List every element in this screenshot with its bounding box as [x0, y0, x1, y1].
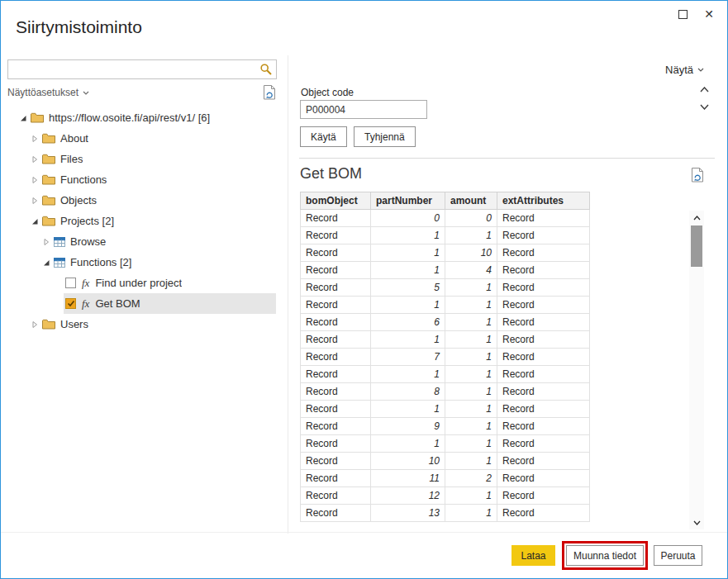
expander-collapsed-icon[interactable] [29, 174, 40, 186]
expander-collapsed-icon[interactable] [29, 154, 40, 165]
cell-extAttributes: Record [497, 418, 590, 435]
expander-spacer [52, 298, 64, 310]
folder-icon [42, 195, 55, 206]
cell-amount: 10 [445, 244, 497, 262]
tree-item-functions-2[interactable]: Functions [2] [1, 252, 276, 273]
cell-bomObject: Record [301, 331, 371, 349]
expander-collapsed-icon[interactable] [29, 195, 40, 206]
tree-item-label: Find under project [95, 277, 182, 289]
cell-partNumber: 11 [371, 470, 445, 487]
cell-partNumber: 1 [371, 366, 445, 383]
refresh-icon[interactable] [262, 85, 277, 100]
tree-item-content[interactable]: Objects [40, 190, 276, 211]
cell-amount: 4 [445, 262, 497, 279]
tree-item-content[interactable]: https://flow.osoite.fi/api/rest/v1/ [6] [29, 107, 276, 128]
tree-item-functions[interactable]: Functions [1, 169, 276, 190]
load-button[interactable]: Lataa [512, 545, 555, 566]
table-row: Record51Record [301, 279, 590, 297]
transform-data-button[interactable]: Muunna tiedot [566, 545, 644, 566]
display-options-dropdown[interactable]: Näyttöasetukset [7, 87, 89, 98]
tree-item-label: Functions [2] [70, 256, 131, 268]
tree-item-content[interactable]: fxFind under project [64, 273, 276, 293]
tree-item-content[interactable]: About [40, 128, 276, 149]
tree-item-get-bom[interactable]: fxGet BOM [1, 293, 276, 314]
cell-bomObject: Record [301, 244, 371, 262]
tree-item-label: Objects [60, 194, 97, 206]
tree-item-https-flow-osoite-fi-api-rest-v1-6[interactable]: https://flow.osoite.fi/api/rest/v1/ [6] [1, 107, 276, 128]
item-checkbox-unchecked[interactable] [65, 278, 76, 288]
cell-extAttributes: Record [497, 297, 590, 314]
show-dropdown[interactable]: Näytä [660, 63, 709, 77]
folder-icon [42, 154, 55, 164]
cancel-button[interactable]: Peruuta [654, 545, 702, 566]
refresh-preview-icon[interactable] [690, 168, 705, 183]
preview-table: bomObjectpartNumberamountextAttributesRe… [300, 192, 589, 522]
navigator-dialog: ✕ Siirtymistoiminto Näyttöasetukset http… [0, 0, 728, 579]
expander-collapsed-icon[interactable] [29, 133, 40, 145]
cell-amount: 0 [445, 210, 497, 227]
table-row: Record11Record [301, 401, 590, 418]
search-icon[interactable] [259, 63, 273, 76]
tree-item-about[interactable]: About [1, 128, 276, 149]
tree-item-find-under-project[interactable]: fxFind under project [1, 273, 276, 293]
show-dropdown-label: Näytä [665, 64, 693, 76]
tree-item-browse[interactable]: Browse [1, 231, 276, 252]
close-button[interactable]: ✕ [696, 5, 722, 23]
cell-partNumber: 13 [371, 505, 445, 522]
tree-toolbar: Näyttöasetukset [7, 85, 277, 100]
expander-collapsed-icon[interactable] [40, 236, 52, 248]
scrollbar-down-icon[interactable] [689, 515, 704, 529]
cell-amount: 1 [445, 331, 497, 349]
tree-item-objects[interactable]: Objects [1, 190, 276, 211]
tree-item-projects-2[interactable]: Projects [2] [1, 211, 276, 231]
cell-bomObject: Record [301, 262, 371, 279]
table-icon [54, 258, 65, 268]
cell-partNumber: 1 [371, 297, 445, 314]
tree-item-label: Files [60, 153, 83, 165]
cell-partNumber: 1 [371, 227, 445, 244]
tree-item-content[interactable]: Browse [52, 231, 276, 252]
expander-collapsed-icon[interactable] [29, 319, 40, 330]
window-controls: ✕ [669, 5, 722, 23]
table-row: Record91Record [301, 418, 590, 435]
table-row: Record131Record [301, 505, 590, 522]
maximize-button[interactable] [669, 5, 696, 23]
param-input[interactable] [300, 100, 427, 119]
cell-amount: 1 [445, 453, 497, 470]
tree-item-content[interactable]: Files [40, 149, 276, 169]
expander-expanded-icon[interactable] [17, 112, 29, 124]
tree-item-content[interactable]: Projects [2] [40, 211, 276, 231]
scroll-up-icon[interactable] [697, 83, 711, 96]
cell-extAttributes: Record [497, 262, 590, 279]
clear-button[interactable]: Tyhjennä [354, 126, 416, 147]
apply-button[interactable]: Käytä [300, 126, 347, 147]
tree-item-label: About [60, 132, 88, 145]
folder-icon [42, 216, 55, 226]
scroll-down-icon[interactable] [697, 101, 711, 113]
expander-expanded-icon[interactable] [40, 257, 52, 268]
scrollbar-up-icon[interactable] [689, 211, 704, 225]
tree-item-files[interactable]: Files [1, 149, 276, 169]
chevron-down-icon [697, 68, 704, 72]
tree-item-users[interactable]: Users [1, 314, 276, 335]
table-row: Record110Record [301, 244, 590, 262]
cell-extAttributes: Record [497, 314, 590, 331]
preview-scrollbar[interactable] [689, 211, 704, 529]
table-row: Record61Record [301, 314, 590, 331]
tree-item-content[interactable]: Functions [2] [52, 252, 276, 273]
tree-item-content[interactable]: fxGet BOM [64, 293, 276, 314]
cell-amount: 1 [445, 349, 497, 366]
search-input[interactable] [8, 60, 276, 78]
cell-bomObject: Record [301, 505, 371, 522]
expander-expanded-icon[interactable] [29, 216, 40, 227]
cell-bomObject: Record [301, 227, 371, 244]
table-row: Record14Record [301, 262, 590, 279]
tree-item-content[interactable]: Users [40, 314, 276, 335]
cell-partNumber: 1 [371, 401, 445, 418]
cell-amount: 1 [445, 297, 497, 314]
tree-item-label: https://flow.osoite.fi/api/rest/v1/ [6] [49, 112, 210, 124]
scrollbar-thumb[interactable] [691, 225, 702, 267]
tree-item-content[interactable]: Functions [40, 169, 276, 190]
cell-amount: 1 [445, 314, 497, 331]
item-checkbox-checked[interactable] [65, 298, 76, 309]
